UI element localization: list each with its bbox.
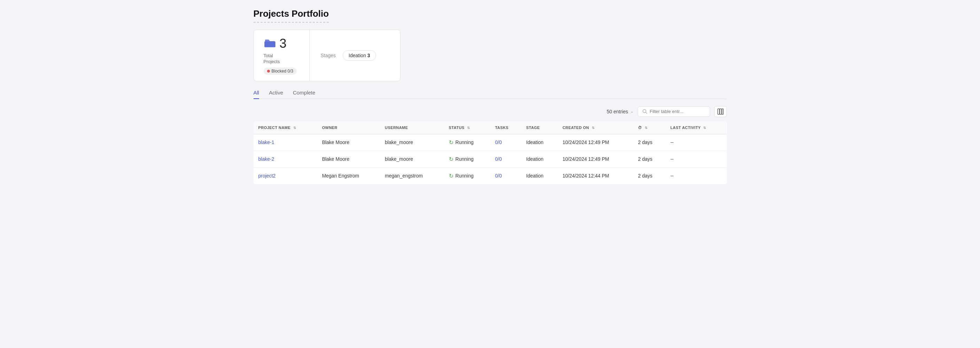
cell-time: 2 days bbox=[633, 134, 665, 151]
main-page: Projects Portfolio 3 TotalProjects Block… bbox=[245, 0, 735, 348]
total-projects-label: TotalProjects bbox=[264, 53, 280, 65]
columns-button[interactable] bbox=[714, 106, 727, 117]
cell-time: 2 days bbox=[633, 151, 665, 168]
chevron-down-icon: ⌄ bbox=[630, 109, 633, 114]
cell-owner: Megan Engstrom bbox=[317, 168, 380, 184]
cell-owner: Blake Moore bbox=[317, 151, 380, 168]
tab-active[interactable]: Active bbox=[269, 89, 283, 99]
columns-icon bbox=[718, 109, 724, 115]
cell-created-on: 10/24/2024 12:49 PM bbox=[558, 134, 633, 151]
col-owner: OWNER bbox=[317, 121, 380, 134]
running-icon: ↻ bbox=[449, 172, 453, 179]
cell-owner: Blake Moore bbox=[317, 134, 380, 151]
col-project-name[interactable]: PROJECT NAME ⇅ bbox=[253, 121, 317, 134]
stages-card: Stages Ideation 3 bbox=[310, 30, 400, 81]
cell-tasks: 0/0 bbox=[490, 151, 521, 168]
cell-last-activity: -- bbox=[665, 151, 727, 168]
cell-project-name: blake-2 bbox=[253, 151, 317, 168]
table-row: blake-2 Blake Moore blake_moore ↻ Runnin… bbox=[253, 151, 727, 168]
status-text: Running bbox=[455, 173, 474, 179]
stat-main: 3 bbox=[264, 36, 286, 51]
ideation-stage-pill[interactable]: Ideation 3 bbox=[343, 50, 376, 61]
cell-created-on: 10/24/2024 12:44 PM bbox=[558, 168, 633, 184]
cell-project-name: blake-1 bbox=[253, 134, 317, 151]
cell-username: megan_engstrom bbox=[380, 168, 444, 184]
svg-point-0 bbox=[643, 110, 646, 113]
svg-line-1 bbox=[646, 112, 647, 114]
search-box bbox=[638, 106, 710, 117]
status-text: Running bbox=[455, 139, 474, 145]
status-text: Running bbox=[455, 156, 474, 162]
cell-project-name: project2 bbox=[253, 168, 317, 184]
cell-created-on: 10/24/2024 12:49 PM bbox=[558, 151, 633, 168]
projects-table: PROJECT NAME ⇅ OWNER USERNAME STATUS ⇅ T… bbox=[253, 121, 727, 184]
running-icon: ↻ bbox=[449, 139, 453, 146]
blocked-dot bbox=[267, 70, 270, 72]
sort-icon-status: ⇅ bbox=[467, 126, 470, 130]
sort-icon-last-activity: ⇅ bbox=[703, 126, 706, 130]
blocked-label: Blocked 0/3 bbox=[272, 69, 294, 73]
svg-rect-3 bbox=[720, 109, 722, 114]
stages-label: Stages bbox=[321, 53, 336, 58]
col-tasks: TASKS bbox=[490, 121, 521, 134]
col-status[interactable]: STATUS ⇅ bbox=[444, 121, 490, 134]
folder-icon bbox=[264, 38, 276, 49]
project-link[interactable]: blake-2 bbox=[258, 156, 274, 162]
tab-all[interactable]: All bbox=[253, 89, 259, 99]
col-created-on[interactable]: CREATED ON ⇅ bbox=[558, 121, 633, 134]
svg-rect-2 bbox=[718, 109, 719, 114]
table-row: blake-1 Blake Moore blake_moore ↻ Runnin… bbox=[253, 134, 727, 151]
col-time[interactable]: ⏱ ⇅ bbox=[633, 121, 665, 134]
search-icon bbox=[642, 109, 648, 114]
cell-last-activity: -- bbox=[665, 134, 727, 151]
project-link[interactable]: blake-1 bbox=[258, 139, 274, 145]
sort-icon-project-name: ⇅ bbox=[293, 126, 296, 130]
entries-label: 50 entries bbox=[607, 109, 628, 114]
sort-icon-time: ⇅ bbox=[644, 126, 648, 130]
table-controls: 50 entries ⌄ bbox=[253, 106, 727, 117]
cell-username: blake_moore bbox=[380, 151, 444, 168]
running-icon: ↻ bbox=[449, 156, 453, 163]
cell-tasks: 0/0 bbox=[490, 168, 521, 184]
svg-rect-4 bbox=[722, 109, 723, 114]
col-stage: STAGE bbox=[521, 121, 558, 134]
total-projects-count: 3 bbox=[280, 36, 286, 51]
tab-complete[interactable]: Complete bbox=[293, 89, 315, 99]
col-last-activity[interactable]: LAST ACTIVITY ⇅ bbox=[665, 121, 727, 134]
cell-status: ↻ Running bbox=[444, 151, 490, 168]
table-row: project2 Megan Engstrom megan_engstrom ↻… bbox=[253, 168, 727, 184]
tasks-link[interactable]: 0/0 bbox=[495, 156, 501, 162]
tasks-link[interactable]: 0/0 bbox=[495, 173, 501, 179]
tabs-container: All Active Complete bbox=[253, 89, 727, 99]
tasks-link[interactable]: 0/0 bbox=[495, 139, 501, 145]
cell-last-activity: -- bbox=[665, 168, 727, 184]
table-header-row: PROJECT NAME ⇅ OWNER USERNAME STATUS ⇅ T… bbox=[253, 121, 727, 134]
cell-tasks: 0/0 bbox=[490, 134, 521, 151]
search-input[interactable] bbox=[650, 109, 706, 114]
blocked-badge[interactable]: Blocked 0/3 bbox=[264, 68, 297, 75]
total-projects-card: 3 TotalProjects Blocked 0/3 bbox=[254, 30, 310, 81]
stats-row: 3 TotalProjects Blocked 0/3 Stages Ideat… bbox=[253, 30, 401, 81]
cell-stage: Ideation bbox=[521, 151, 558, 168]
cell-username: blake_moore bbox=[380, 134, 444, 151]
col-username: USERNAME bbox=[380, 121, 444, 134]
clock-header-icon: ⏱ bbox=[638, 126, 642, 130]
cell-time: 2 days bbox=[633, 168, 665, 184]
cell-status: ↻ Running bbox=[444, 134, 490, 151]
project-link[interactable]: project2 bbox=[258, 173, 276, 179]
entries-select[interactable]: 50 entries ⌄ bbox=[607, 109, 633, 114]
cell-stage: Ideation bbox=[521, 168, 558, 184]
page-title: Projects Portfolio bbox=[253, 8, 329, 23]
cell-stage: Ideation bbox=[521, 134, 558, 151]
sort-icon-created: ⇅ bbox=[592, 126, 595, 130]
cell-status: ↻ Running bbox=[444, 168, 490, 184]
